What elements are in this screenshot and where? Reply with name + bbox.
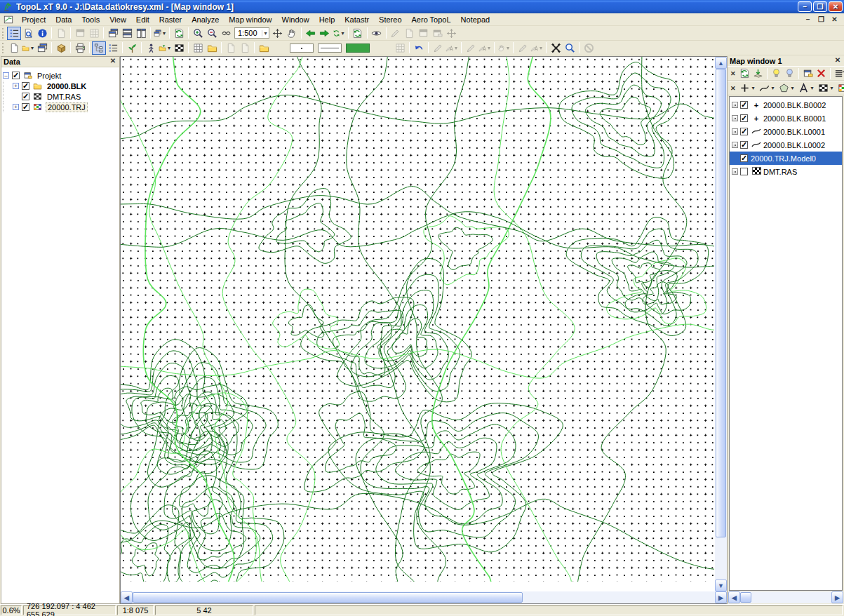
area-style-swatch[interactable] — [346, 43, 370, 53]
mdi-restore-button[interactable]: ❐ — [816, 15, 826, 23]
layer-checkbox[interactable] — [740, 128, 748, 135]
magnifier-button[interactable] — [563, 41, 577, 55]
close-button[interactable]: ✕ — [829, 1, 843, 12]
mdi-minimize-button[interactable]: – — [803, 15, 813, 23]
menu-tools[interactable]: Tools — [77, 14, 105, 25]
tile-vertical-button[interactable] — [134, 27, 148, 40]
new-block-button[interactable] — [205, 41, 219, 55]
scroll-thumb[interactable] — [133, 592, 523, 603]
layer-checkbox[interactable] — [740, 114, 748, 122]
menu-help[interactable]: Help — [314, 14, 340, 25]
layer-row[interactable]: + 20000.BLK.B0002 — [730, 98, 842, 112]
raster-grid-button[interactable] — [172, 41, 186, 55]
checkbox[interactable] — [22, 82, 29, 90]
layer-label[interactable]: 20000.BLK.L0001 — [763, 128, 825, 136]
folder-button[interactable] — [257, 41, 271, 55]
view-forward-button[interactable] — [318, 27, 332, 40]
draw-point-style-button[interactable]: ▾ — [445, 41, 459, 55]
edit-tool-4-button[interactable] — [431, 27, 445, 40]
map-vertical-scrollbar[interactable]: ▲ ▼ — [715, 57, 727, 591]
open-project-button[interactable]: ▾ — [21, 41, 35, 55]
menu-aero-topol[interactable]: Aero TopoL — [407, 14, 456, 25]
menu-project[interactable]: Project — [17, 14, 51, 25]
layer-checkbox[interactable] — [740, 101, 748, 109]
layer-row[interactable]: 20000.TRJ.Model0 — [730, 152, 842, 165]
raster-color-tool-button[interactable]: ▾ — [836, 82, 844, 95]
scroll-track[interactable] — [715, 537, 727, 580]
tile-horizontal-button[interactable] — [120, 27, 134, 40]
add-text-tool-button[interactable]: ▾ — [797, 82, 817, 95]
layer-row[interactable]: + 20000.BLK.B0001 — [730, 112, 842, 125]
toolbar-grip[interactable] — [2, 28, 5, 39]
expand-icon[interactable] — [732, 168, 738, 175]
scroll-track[interactable] — [523, 591, 715, 603]
scale-combo[interactable]: 1:500 ▾ — [234, 27, 269, 39]
draw-point-button[interactable] — [431, 41, 445, 55]
tree-label[interactable]: Projekt — [36, 72, 62, 80]
package-button[interactable] — [54, 41, 68, 55]
expand-icon[interactable] — [732, 115, 738, 121]
save-block-button[interactable] — [35, 41, 49, 55]
window-list-button[interactable]: ▾ — [153, 27, 167, 40]
cancel-button[interactable] — [582, 41, 596, 55]
mdi-child-icon[interactable] — [3, 15, 14, 25]
redraw-button[interactable]: ▾ — [332, 27, 346, 40]
new-project-button[interactable] — [7, 41, 21, 55]
tree-row-20000blk[interactable]: + 20000.BLK — [3, 81, 118, 91]
scroll-right-button[interactable]: ▶ — [831, 591, 843, 603]
scroll-down-button[interactable]: ▼ — [715, 580, 727, 591]
list-view-button[interactable] — [106, 41, 120, 55]
draw-area-button[interactable] — [516, 41, 530, 55]
menu-edit[interactable]: Edit — [131, 14, 154, 25]
expand-icon[interactable] — [732, 142, 738, 148]
line-style-swatch[interactable] — [318, 43, 342, 53]
center-view-button[interactable] — [271, 27, 285, 40]
layer-checkbox[interactable] — [740, 154, 748, 162]
grid-button[interactable] — [191, 41, 205, 55]
menu-view[interactable]: View — [105, 14, 131, 25]
clipboard-1-button[interactable] — [224, 41, 238, 55]
chevron-down-icon[interactable]: ▾ — [262, 30, 267, 36]
collapse-icon[interactable]: – — [3, 72, 9, 79]
visibility-eye-button[interactable] — [370, 27, 384, 40]
person-button[interactable] — [144, 41, 158, 55]
redraw-page-button[interactable] — [351, 27, 365, 40]
layer-row[interactable]: DMT.RAS — [730, 165, 842, 178]
expand-icon[interactable]: + — [13, 104, 19, 110]
scroll-left-button[interactable]: ◀ — [728, 591, 740, 603]
layer-label[interactable]: 20000.BLK.L0002 — [763, 141, 825, 149]
clipboard-2-button[interactable] — [238, 41, 252, 55]
layer-label[interactable]: DMT.RAS — [763, 168, 797, 176]
draw-line-button[interactable] — [464, 41, 478, 55]
vegetation-button[interactable] — [125, 41, 139, 55]
pan-hand-button[interactable] — [285, 27, 299, 40]
map-panel-close-button[interactable]: ✕ — [833, 57, 842, 65]
refresh-page-button[interactable] — [172, 27, 186, 40]
tree-row-20000trj[interactable]: + 20000.TRJ — [3, 102, 118, 112]
add-line-tool-button[interactable]: ▾ — [758, 82, 777, 95]
restore-button[interactable]: ❐ — [813, 1, 827, 12]
edit-tool-2-button[interactable] — [403, 27, 417, 40]
scroll-thumb[interactable] — [716, 69, 726, 537]
dropdown-arrow-icon[interactable]: ▾ — [167, 45, 171, 51]
draw-area-style-button[interactable]: ▾ — [530, 41, 544, 55]
tree-view-button[interactable] — [92, 41, 106, 55]
draw-line-style-button[interactable]: ▾ — [478, 41, 492, 55]
data-panel-close-button[interactable]: ✕ — [109, 58, 117, 66]
point-style-swatch[interactable] — [290, 43, 314, 53]
checkbox[interactable] — [22, 103, 29, 111]
tree-row-dmtras[interactable]: DMT.RAS — [3, 91, 118, 102]
dropdown-arrow-icon[interactable]: ▾ — [30, 45, 34, 51]
mdi-close-button[interactable]: ✕ — [829, 15, 840, 23]
tree-label[interactable]: DMT.RAS — [46, 93, 82, 101]
layer-properties-button[interactable] — [801, 67, 815, 80]
document-button[interactable] — [54, 27, 68, 40]
tree-label[interactable]: 20000.BLK — [46, 82, 88, 91]
scroll-track[interactable] — [751, 591, 831, 603]
layer-list-button[interactable]: ▾ — [833, 67, 844, 80]
zoom-out-button[interactable] — [205, 27, 219, 40]
edit-tool-1-button[interactable] — [389, 27, 403, 40]
toolbar-close-icon[interactable]: ✕ — [728, 70, 738, 77]
expand-icon[interactable]: + — [13, 83, 19, 89]
menu-stereo[interactable]: Stereo — [374, 14, 406, 25]
